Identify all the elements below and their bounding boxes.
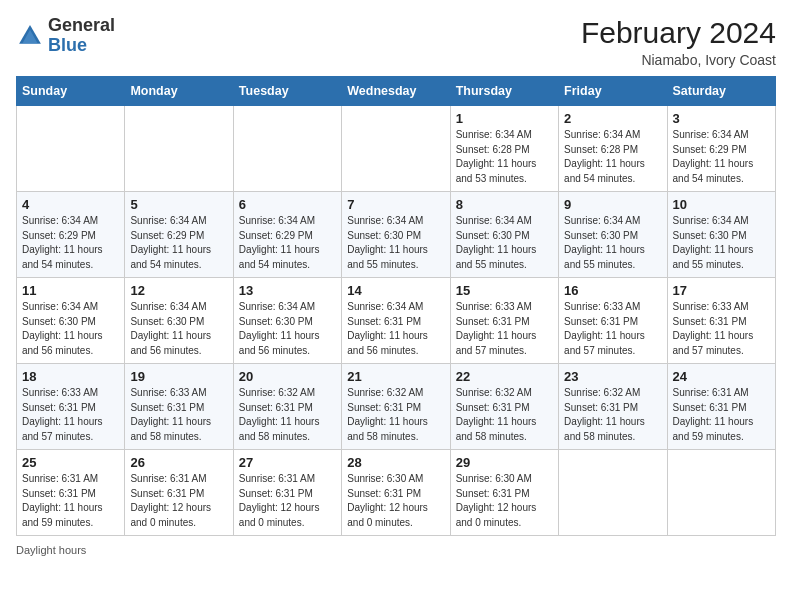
day-number: 4	[22, 197, 119, 212]
day-number: 27	[239, 455, 336, 470]
calendar-cell: 24Sunrise: 6:31 AM Sunset: 6:31 PM Dayli…	[667, 364, 775, 450]
logo: General Blue	[16, 16, 115, 56]
day-detail: Sunrise: 6:31 AM Sunset: 6:31 PM Dayligh…	[673, 386, 770, 444]
day-detail: Sunrise: 6:34 AM Sunset: 6:29 PM Dayligh…	[22, 214, 119, 272]
logo-general: General	[48, 15, 115, 35]
calendar-cell	[17, 106, 125, 192]
calendar-cell: 5Sunrise: 6:34 AM Sunset: 6:29 PM Daylig…	[125, 192, 233, 278]
day-number: 9	[564, 197, 661, 212]
day-detail: Sunrise: 6:34 AM Sunset: 6:30 PM Dayligh…	[673, 214, 770, 272]
day-detail: Sunrise: 6:34 AM Sunset: 6:28 PM Dayligh…	[456, 128, 553, 186]
day-number: 11	[22, 283, 119, 298]
day-detail: Sunrise: 6:32 AM Sunset: 6:31 PM Dayligh…	[239, 386, 336, 444]
day-number: 16	[564, 283, 661, 298]
day-detail: Sunrise: 6:34 AM Sunset: 6:30 PM Dayligh…	[347, 214, 444, 272]
calendar-day-header: Saturday	[667, 77, 775, 106]
calendar-cell: 18Sunrise: 6:33 AM Sunset: 6:31 PM Dayli…	[17, 364, 125, 450]
day-number: 12	[130, 283, 227, 298]
day-number: 13	[239, 283, 336, 298]
calendar-cell: 3Sunrise: 6:34 AM Sunset: 6:29 PM Daylig…	[667, 106, 775, 192]
day-detail: Sunrise: 6:34 AM Sunset: 6:30 PM Dayligh…	[22, 300, 119, 358]
day-number: 5	[130, 197, 227, 212]
day-number: 17	[673, 283, 770, 298]
day-detail: Sunrise: 6:34 AM Sunset: 6:29 PM Dayligh…	[239, 214, 336, 272]
day-number: 3	[673, 111, 770, 126]
day-number: 26	[130, 455, 227, 470]
day-number: 20	[239, 369, 336, 384]
day-detail: Sunrise: 6:34 AM Sunset: 6:28 PM Dayligh…	[564, 128, 661, 186]
day-number: 10	[673, 197, 770, 212]
day-detail: Sunrise: 6:30 AM Sunset: 6:31 PM Dayligh…	[347, 472, 444, 530]
calendar-header-row: SundayMondayTuesdayWednesdayThursdayFrid…	[17, 77, 776, 106]
calendar-week-row: 25Sunrise: 6:31 AM Sunset: 6:31 PM Dayli…	[17, 450, 776, 536]
day-detail: Sunrise: 6:32 AM Sunset: 6:31 PM Dayligh…	[564, 386, 661, 444]
page-header: General Blue February 2024 Niamabo, Ivor…	[16, 16, 776, 68]
day-detail: Sunrise: 6:33 AM Sunset: 6:31 PM Dayligh…	[564, 300, 661, 358]
day-number: 18	[22, 369, 119, 384]
calendar-cell	[667, 450, 775, 536]
month-year: February 2024	[581, 16, 776, 50]
calendar-cell: 27Sunrise: 6:31 AM Sunset: 6:31 PM Dayli…	[233, 450, 341, 536]
calendar-cell: 20Sunrise: 6:32 AM Sunset: 6:31 PM Dayli…	[233, 364, 341, 450]
calendar-cell: 15Sunrise: 6:33 AM Sunset: 6:31 PM Dayli…	[450, 278, 558, 364]
day-detail: Sunrise: 6:31 AM Sunset: 6:31 PM Dayligh…	[239, 472, 336, 530]
day-number: 28	[347, 455, 444, 470]
logo-blue: Blue	[48, 35, 87, 55]
day-number: 2	[564, 111, 661, 126]
calendar-day-header: Thursday	[450, 77, 558, 106]
calendar-day-header: Friday	[559, 77, 667, 106]
day-detail: Sunrise: 6:34 AM Sunset: 6:29 PM Dayligh…	[130, 214, 227, 272]
day-number: 14	[347, 283, 444, 298]
calendar-table: SundayMondayTuesdayWednesdayThursdayFrid…	[16, 76, 776, 536]
calendar-day-header: Sunday	[17, 77, 125, 106]
day-detail: Sunrise: 6:33 AM Sunset: 6:31 PM Dayligh…	[130, 386, 227, 444]
calendar-cell: 4Sunrise: 6:34 AM Sunset: 6:29 PM Daylig…	[17, 192, 125, 278]
calendar-cell: 8Sunrise: 6:34 AM Sunset: 6:30 PM Daylig…	[450, 192, 558, 278]
logo-icon	[16, 22, 44, 50]
day-detail: Sunrise: 6:34 AM Sunset: 6:29 PM Dayligh…	[673, 128, 770, 186]
calendar-cell: 13Sunrise: 6:34 AM Sunset: 6:30 PM Dayli…	[233, 278, 341, 364]
day-number: 7	[347, 197, 444, 212]
calendar-cell: 21Sunrise: 6:32 AM Sunset: 6:31 PM Dayli…	[342, 364, 450, 450]
calendar-week-row: 18Sunrise: 6:33 AM Sunset: 6:31 PM Dayli…	[17, 364, 776, 450]
day-number: 21	[347, 369, 444, 384]
title-block: February 2024 Niamabo, Ivory Coast	[581, 16, 776, 68]
calendar-cell: 1Sunrise: 6:34 AM Sunset: 6:28 PM Daylig…	[450, 106, 558, 192]
calendar-day-header: Wednesday	[342, 77, 450, 106]
calendar-cell: 2Sunrise: 6:34 AM Sunset: 6:28 PM Daylig…	[559, 106, 667, 192]
calendar-day-header: Monday	[125, 77, 233, 106]
calendar-week-row: 11Sunrise: 6:34 AM Sunset: 6:30 PM Dayli…	[17, 278, 776, 364]
day-number: 25	[22, 455, 119, 470]
day-detail: Sunrise: 6:34 AM Sunset: 6:31 PM Dayligh…	[347, 300, 444, 358]
day-detail: Sunrise: 6:33 AM Sunset: 6:31 PM Dayligh…	[22, 386, 119, 444]
calendar-cell: 14Sunrise: 6:34 AM Sunset: 6:31 PM Dayli…	[342, 278, 450, 364]
calendar-cell	[125, 106, 233, 192]
calendar-week-row: 4Sunrise: 6:34 AM Sunset: 6:29 PM Daylig…	[17, 192, 776, 278]
day-number: 19	[130, 369, 227, 384]
calendar-cell: 12Sunrise: 6:34 AM Sunset: 6:30 PM Dayli…	[125, 278, 233, 364]
calendar-cell	[559, 450, 667, 536]
location: Niamabo, Ivory Coast	[581, 52, 776, 68]
calendar-cell: 26Sunrise: 6:31 AM Sunset: 6:31 PM Dayli…	[125, 450, 233, 536]
day-number: 8	[456, 197, 553, 212]
calendar-cell	[233, 106, 341, 192]
day-number: 1	[456, 111, 553, 126]
calendar-cell: 25Sunrise: 6:31 AM Sunset: 6:31 PM Dayli…	[17, 450, 125, 536]
day-detail: Sunrise: 6:32 AM Sunset: 6:31 PM Dayligh…	[347, 386, 444, 444]
day-detail: Sunrise: 6:34 AM Sunset: 6:30 PM Dayligh…	[564, 214, 661, 272]
calendar-cell: 17Sunrise: 6:33 AM Sunset: 6:31 PM Dayli…	[667, 278, 775, 364]
calendar-cell: 19Sunrise: 6:33 AM Sunset: 6:31 PM Dayli…	[125, 364, 233, 450]
day-number: 22	[456, 369, 553, 384]
calendar-cell: 6Sunrise: 6:34 AM Sunset: 6:29 PM Daylig…	[233, 192, 341, 278]
calendar-cell: 11Sunrise: 6:34 AM Sunset: 6:30 PM Dayli…	[17, 278, 125, 364]
day-detail: Sunrise: 6:34 AM Sunset: 6:30 PM Dayligh…	[456, 214, 553, 272]
day-detail: Sunrise: 6:31 AM Sunset: 6:31 PM Dayligh…	[130, 472, 227, 530]
calendar-cell: 28Sunrise: 6:30 AM Sunset: 6:31 PM Dayli…	[342, 450, 450, 536]
calendar-day-header: Tuesday	[233, 77, 341, 106]
day-detail: Sunrise: 6:32 AM Sunset: 6:31 PM Dayligh…	[456, 386, 553, 444]
day-number: 15	[456, 283, 553, 298]
day-number: 29	[456, 455, 553, 470]
footer: Daylight hours	[16, 544, 776, 556]
calendar-cell: 16Sunrise: 6:33 AM Sunset: 6:31 PM Dayli…	[559, 278, 667, 364]
day-detail: Sunrise: 6:31 AM Sunset: 6:31 PM Dayligh…	[22, 472, 119, 530]
